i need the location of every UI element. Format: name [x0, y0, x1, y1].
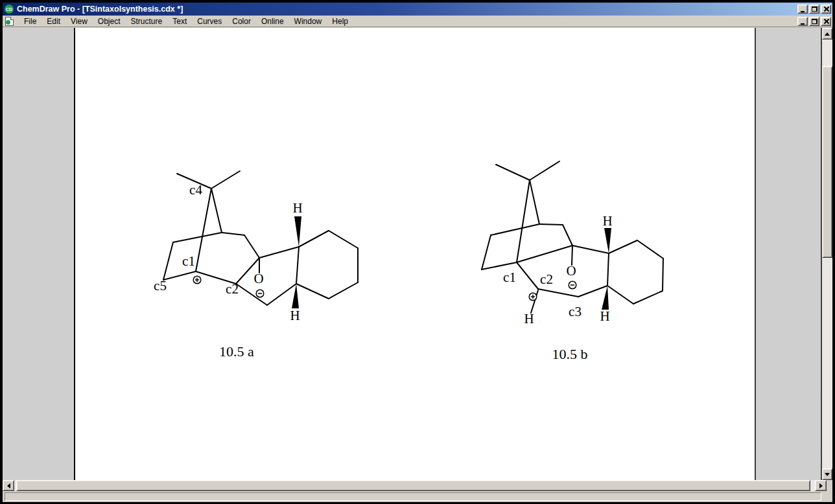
- menu-item-curves[interactable]: Curves: [192, 16, 227, 27]
- stereo-wedge-bond[interactable]: [602, 286, 609, 310]
- bond[interactable]: [163, 242, 173, 280]
- bond[interactable]: [244, 235, 259, 258]
- bond[interactable]: [563, 225, 572, 246]
- menu-item-file[interactable]: File: [19, 16, 41, 27]
- menu-item-view[interactable]: View: [65, 16, 93, 27]
- bond[interactable]: [663, 258, 663, 291]
- atom-label-h[interactable]: H: [292, 200, 302, 216]
- bond[interactable]: [517, 262, 538, 289]
- bond[interactable]: [173, 233, 222, 242]
- scroll-right-button[interactable]: [815, 480, 827, 491]
- horizontal-scrollbar[interactable]: [3, 480, 832, 492]
- menu-item-color[interactable]: Color: [227, 16, 256, 27]
- menu-item-online[interactable]: Online: [256, 16, 289, 27]
- bond[interactable]: [222, 233, 244, 235]
- structure-10-5-a[interactable]: c4c1c5c2OHH10.5 a: [154, 171, 358, 360]
- menu-item-text[interactable]: Text: [167, 16, 192, 27]
- bond[interactable]: [637, 240, 663, 258]
- atom-label-h[interactable]: H: [602, 213, 612, 229]
- vertical-scrollbar-thumb[interactable]: [822, 66, 832, 258]
- atom-label-c1[interactable]: c1: [503, 269, 516, 285]
- bond[interactable]: [517, 180, 530, 262]
- chemdraw-app-icon[interactable]: CD: [5, 5, 14, 14]
- minus-charge-icon[interactable]: [569, 281, 576, 289]
- atom-label-c5[interactable]: c5: [154, 278, 167, 293]
- document-icon[interactable]: [5, 17, 14, 26]
- bond[interactable]: [578, 286, 607, 297]
- scroll-left-button[interactable]: [3, 480, 14, 491]
- stereo-wedge-bond[interactable]: [292, 284, 299, 308]
- bond[interactable]: [517, 246, 572, 262]
- doc-close-button[interactable]: [821, 17, 831, 26]
- stereo-wedge-bond[interactable]: [294, 216, 301, 247]
- restore-button[interactable]: [809, 5, 819, 14]
- atom-label-h[interactable]: H: [290, 308, 300, 323]
- bond[interactable]: [163, 271, 196, 280]
- bond[interactable]: [491, 224, 539, 235]
- doc-restore-button[interactable]: [809, 17, 819, 26]
- atom-label-c3[interactable]: c3: [569, 304, 582, 319]
- stereo-wedge-bond[interactable]: [604, 228, 611, 253]
- restore-icon: [812, 6, 817, 12]
- bond[interactable]: [572, 246, 609, 253]
- bond[interactable]: [607, 253, 609, 286]
- bond[interactable]: [539, 224, 563, 225]
- bond[interactable]: [296, 247, 299, 284]
- plus-charge-icon[interactable]: [193, 276, 201, 284]
- bond[interactable]: [482, 235, 491, 269]
- vertical-scrollbar-track[interactable]: [822, 40, 832, 66]
- status-panel: [5, 492, 821, 501]
- horizontal-scrollbar-thumb[interactable]: [16, 480, 810, 491]
- bond[interactable]: [329, 282, 358, 299]
- minus-charge-icon[interactable]: [256, 290, 264, 297]
- bond[interactable]: [607, 286, 633, 304]
- vertical-scrollbar-track[interactable]: [822, 258, 832, 468]
- plus-charge-icon[interactable]: [529, 293, 537, 301]
- vertical-scrollbar[interactable]: [821, 28, 832, 480]
- minimize-icon: [801, 23, 805, 25]
- structure-caption[interactable]: 10.5 b: [552, 346, 588, 362]
- bond[interactable]: [609, 240, 637, 253]
- atom-label-o[interactable]: O: [253, 271, 263, 286]
- minimize-button[interactable]: [797, 5, 808, 14]
- bond[interactable]: [538, 289, 578, 297]
- atom-label-h[interactable]: H: [600, 308, 609, 324]
- bond[interactable]: [482, 262, 517, 269]
- left-arrow-icon: [7, 483, 10, 488]
- scroll-up-button[interactable]: [822, 28, 832, 40]
- doc-minimize-button[interactable]: [797, 17, 808, 26]
- menu-item-structure[interactable]: Structure: [126, 16, 168, 27]
- atom-label-h[interactable]: H: [524, 311, 534, 326]
- menu-item-window[interactable]: Window: [289, 16, 327, 27]
- atom-label-c2[interactable]: c2: [540, 271, 553, 287]
- bond[interactable]: [530, 161, 559, 180]
- bond[interactable]: [530, 180, 539, 224]
- structure-10-5-b[interactable]: c1c2c3OHHH10.5 b: [482, 161, 663, 362]
- atom-label-c4[interactable]: c4: [189, 182, 202, 198]
- bond[interactable]: [259, 247, 299, 258]
- scroll-down-button[interactable]: [822, 468, 832, 480]
- bond[interactable]: [196, 189, 211, 271]
- right-arrow-icon: [819, 483, 823, 488]
- bond[interactable]: [633, 291, 663, 304]
- bond[interactable]: [329, 231, 358, 248]
- atom-label-c1[interactable]: c1: [182, 253, 195, 269]
- atom-label-c2[interactable]: c2: [226, 281, 239, 297]
- bond[interactable]: [267, 284, 296, 305]
- document-page[interactable]: c4c1c5c2OHH10.5 ac1c2c3OHHH10.5 b: [74, 28, 756, 480]
- bond[interactable]: [299, 231, 329, 247]
- restore-icon: [812, 19, 817, 24]
- menu-item-help[interactable]: Help: [327, 16, 353, 27]
- bond[interactable]: [296, 284, 329, 299]
- menu-item-object[interactable]: Object: [93, 16, 126, 27]
- structure-caption[interactable]: 10.5 a: [219, 343, 254, 360]
- menu-item-edit[interactable]: Edit: [41, 16, 65, 27]
- window-title: ChemDraw Pro - [TSintaxolsynthesis.cdx *…: [17, 5, 183, 14]
- bond[interactable]: [211, 171, 240, 189]
- horizontal-scrollbar-track[interactable]: [810, 480, 815, 491]
- bond[interactable]: [496, 165, 530, 180]
- bond[interactable]: [211, 189, 222, 233]
- atom-label-o[interactable]: O: [566, 263, 576, 279]
- bond[interactable]: [572, 246, 572, 265]
- close-button[interactable]: [821, 5, 831, 14]
